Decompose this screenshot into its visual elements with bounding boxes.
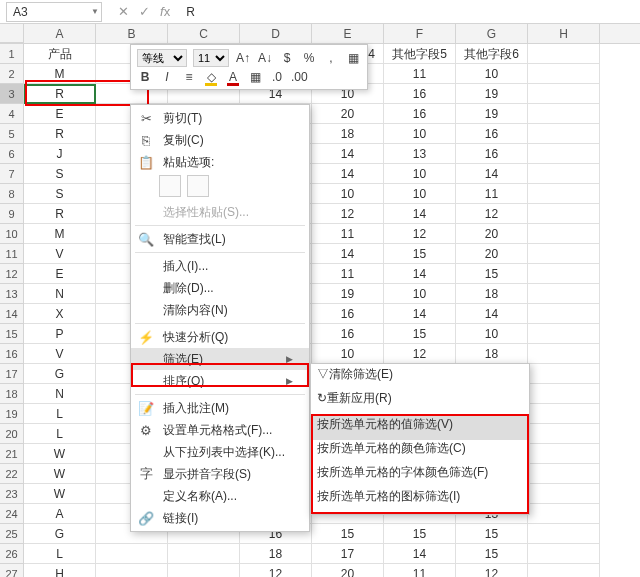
row-header[interactable]: 25 [0,524,24,544]
cell[interactable]: E [24,104,96,124]
cell[interactable] [528,464,600,484]
cell[interactable]: 20 [456,244,528,264]
submenu-filter-by-icon[interactable]: 按所选单元格的图标筛选(I) [311,488,529,512]
menu-quick-analysis[interactable]: ⚡快速分析(Q) [131,326,309,348]
cell[interactable]: 12 [384,224,456,244]
cell[interactable]: 15 [456,544,528,564]
fx-icon[interactable]: fx [160,4,170,19]
cell[interactable]: 15 [456,264,528,284]
cell[interactable]: W [24,444,96,464]
cell[interactable]: 11 [456,184,528,204]
font-size-select[interactable]: 11 [193,49,229,67]
column-header[interactable]: C [168,24,240,43]
border-icon[interactable]: ▦ [247,69,263,85]
cell[interactable]: 16 [384,104,456,124]
submenu-clear-filter[interactable]: ▽清除筛选(E) [311,366,529,390]
row-header[interactable]: 14 [0,304,24,324]
menu-copy[interactable]: ⎘复制(C) [131,129,309,151]
row-header[interactable]: 7 [0,164,24,184]
cell[interactable]: 16 [312,304,384,324]
cell[interactable]: 14 [384,304,456,324]
cell[interactable]: 15 [312,524,384,544]
cell[interactable]: 14 [312,144,384,164]
font-name-select[interactable]: 等线 [137,49,187,67]
cell[interactable]: 15 [384,524,456,544]
cell[interactable]: 19 [312,284,384,304]
row-header[interactable]: 23 [0,484,24,504]
cell[interactable]: 10 [456,324,528,344]
menu-clear[interactable]: 清除内容(N) [131,299,309,321]
menu-cut[interactable]: ✂剪切(T) [131,107,309,129]
row-header[interactable]: 8 [0,184,24,204]
cell[interactable]: 19 [456,84,528,104]
cell[interactable] [528,204,600,224]
row-header[interactable]: 10 [0,224,24,244]
cell[interactable]: 17 [312,544,384,564]
cell[interactable]: R [24,204,96,224]
submenu-filter-by-value[interactable]: 按所选单元格的值筛选(V) [311,416,529,440]
menu-filter[interactable]: 筛选(E)▶ [131,348,309,370]
confirm-icon[interactable]: ✓ [139,4,150,19]
formula-input[interactable]: R [176,5,640,19]
row-header[interactable]: 1 [0,44,24,64]
format-painter-icon[interactable]: ▦ [345,50,361,66]
decimal-decrease-icon[interactable]: .00 [291,69,307,85]
cell[interactable]: V [24,244,96,264]
cell[interactable]: 10 [384,284,456,304]
cell[interactable]: X [24,304,96,324]
percent-format-icon[interactable]: % [301,50,317,66]
cell[interactable] [96,564,168,577]
cell[interactable]: R [24,84,96,104]
cell[interactable] [528,404,600,424]
row-header[interactable]: 15 [0,324,24,344]
cell[interactable]: 13 [384,144,456,164]
row-header[interactable]: 17 [0,364,24,384]
column-header[interactable]: F [384,24,456,43]
cell[interactable]: 15 [456,524,528,544]
cell[interactable]: R [24,124,96,144]
menu-delete[interactable]: 删除(D)... [131,277,309,299]
cell[interactable] [528,84,600,104]
cell[interactable]: 18 [312,124,384,144]
cell[interactable] [528,444,600,464]
cell[interactable]: W [24,464,96,484]
cell[interactable]: 20 [456,224,528,244]
row-header[interactable]: 19 [0,404,24,424]
menu-link[interactable]: 🔗链接(I) [131,507,309,529]
cell[interactable]: 12 [312,204,384,224]
cell[interactable] [528,144,600,164]
cell[interactable] [528,484,600,504]
cell[interactable]: N [24,384,96,404]
cell[interactable]: 14 [312,244,384,264]
row-header[interactable]: 9 [0,204,24,224]
align-icon[interactable]: ≡ [181,69,197,85]
cell[interactable]: 14 [384,264,456,284]
column-header[interactable]: G [456,24,528,43]
row-header[interactable]: 5 [0,124,24,144]
cell[interactable] [528,324,600,344]
cell[interactable]: S [24,164,96,184]
submenu-reapply[interactable]: ↻重新应用(R) [311,390,529,414]
cell[interactable] [528,44,600,64]
cell[interactable]: 14 [384,204,456,224]
menu-define-name[interactable]: 定义名称(A)... [131,485,309,507]
cell[interactable]: 其他字段5 [384,44,456,64]
name-box-dropdown-icon[interactable]: ▼ [91,7,99,16]
column-header[interactable]: A [24,24,96,43]
column-header[interactable]: H [528,24,600,43]
cell[interactable]: 18 [240,544,312,564]
cell[interactable]: 12 [240,564,312,577]
menu-show-phonetic[interactable]: 字显示拼音字段(S) [131,463,309,485]
cell[interactable]: J [24,144,96,164]
cell[interactable] [96,544,168,564]
cell[interactable]: 15 [384,244,456,264]
row-header[interactable]: 4 [0,104,24,124]
cancel-icon[interactable]: ✕ [118,4,129,19]
paste-option-1[interactable] [159,175,181,197]
cell[interactable]: 10 [456,64,528,84]
cell[interactable] [528,104,600,124]
row-header[interactable]: 21 [0,444,24,464]
bold-button[interactable]: B [137,69,153,85]
cell[interactable] [528,504,600,524]
cell[interactable]: 11 [312,224,384,244]
